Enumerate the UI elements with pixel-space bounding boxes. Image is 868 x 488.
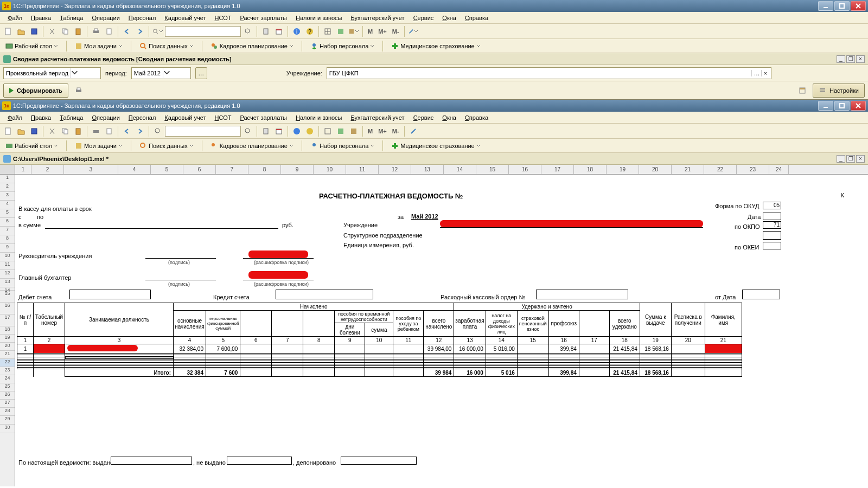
menu2-taxes[interactable]: Налоги и взносы [291, 113, 347, 122]
cut-icon[interactable] [46, 25, 58, 37]
row-header[interactable]: 23 [0, 367, 15, 375]
open-icon-2[interactable] [15, 125, 27, 137]
row-header[interactable]: 20 [0, 343, 15, 351]
save-icon-2[interactable] [28, 125, 40, 137]
undo-icon-2[interactable] [121, 125, 133, 137]
row-header[interactable]: 7 [0, 227, 15, 235]
nav2-nabor[interactable]: Набор персонала [307, 141, 378, 151]
menu2-operations[interactable]: Операции [87, 113, 124, 122]
period-ellipsis-button[interactable]: … [195, 67, 207, 79]
search-next-icon[interactable] [242, 25, 254, 37]
close-button-2[interactable] [851, 101, 866, 111]
nav-kadr[interactable]: Кадровое планирование [207, 41, 297, 51]
info-icon[interactable]: i [291, 25, 303, 37]
tools-dropdown-icon-2[interactable] [407, 125, 419, 137]
mdi-restore-icon[interactable]: ❐ [846, 55, 855, 63]
select-all-corner[interactable] [0, 165, 15, 174]
undo-icon[interactable] [121, 25, 133, 37]
mdi2-min-icon[interactable]: _ [837, 155, 845, 163]
calendar-icon-2[interactable] [273, 125, 285, 137]
row-header[interactable]: 29 [0, 416, 15, 425]
debit-box[interactable] [69, 290, 151, 299]
row-header[interactable]: 9 [0, 244, 15, 253]
row-header[interactable]: 3 [0, 192, 15, 201]
menu2-nsot[interactable]: НСОТ [210, 113, 236, 122]
row-header[interactable]: 22 [0, 359, 15, 367]
col-header[interactable]: 6 [183, 165, 216, 174]
paste-icon-2[interactable] [72, 125, 84, 137]
mdi-close-icon[interactable]: × [856, 55, 865, 63]
settings-button[interactable]: Настройки [813, 84, 865, 98]
col-header[interactable]: 9 [281, 165, 314, 174]
col-header[interactable]: 21 [672, 165, 704, 174]
save-icon[interactable] [28, 25, 40, 37]
cells-area[interactable]: РАСЧЕТНО-ПЛАТЕЖНАЯ ВЕДОМОСТЬ № В кассу д… [15, 175, 868, 486]
copy-icon-2[interactable] [59, 125, 71, 137]
row-header[interactable]: 11 [0, 261, 15, 270]
rko-box[interactable] [536, 290, 628, 299]
menu-file[interactable]: Файл [3, 14, 27, 22]
open-icon[interactable] [15, 25, 27, 37]
nav2-med[interactable]: Медицинское страхование [388, 141, 483, 151]
dep-box[interactable] [341, 457, 417, 465]
col-header[interactable]: 3 [64, 165, 118, 174]
menu-personnel[interactable]: Персонал [124, 14, 161, 22]
preview-icon-2[interactable] [103, 125, 115, 137]
layout-icon[interactable] [796, 85, 808, 97]
tools-dropdown-icon[interactable] [407, 25, 419, 37]
menu-service[interactable]: Сервис [409, 14, 438, 22]
row-header[interactable]: 4 [0, 201, 15, 209]
minimize-button-2[interactable] [818, 101, 833, 111]
row-header[interactable]: 28 [0, 408, 15, 416]
menu2-payroll[interactable]: Расчет зарплаты [235, 113, 291, 122]
close-button[interactable] [851, 1, 866, 11]
menu-operations[interactable]: Операции [87, 14, 124, 22]
col-header[interactable]: 13 [411, 165, 444, 174]
period-type-combo[interactable]: Произвольный период [3, 67, 101, 79]
menu2-hr[interactable]: Кадровый учет [160, 113, 210, 122]
nav-desktop[interactable]: Рабочий стол [2, 41, 61, 51]
row-header[interactable]: 13 [0, 279, 15, 287]
menu2-personnel[interactable]: Персонал [124, 113, 161, 122]
color-icon-2[interactable] [335, 125, 347, 137]
row-header[interactable]: 30 [0, 425, 15, 433]
mdi2-restore-icon[interactable]: ❐ [846, 155, 855, 163]
col-header[interactable]: 5 [151, 165, 183, 174]
org-input[interactable]: ГБУ ЦФКП…× [327, 67, 771, 79]
col-header[interactable]: 22 [704, 165, 737, 174]
menu2-accounting[interactable]: Бухгалтерский учет [347, 113, 409, 122]
row-header[interactable]: 17 [0, 314, 15, 326]
style-icon[interactable] [348, 25, 360, 37]
print-icon-2[interactable] [90, 125, 102, 137]
menu-payroll[interactable]: Расчет зарплаты [235, 14, 291, 22]
menu2-windows[interactable]: Окна [438, 113, 461, 122]
col-header[interactable]: 10 [314, 165, 346, 174]
kredit-box[interactable] [276, 290, 373, 299]
search-icon[interactable] [152, 25, 164, 37]
mminus-button[interactable]: M- [390, 28, 401, 35]
print-icon[interactable] [90, 25, 102, 37]
mplus-button-2[interactable]: M+ [376, 128, 389, 134]
row-header[interactable]: 19 [0, 335, 15, 343]
copy-icon[interactable] [59, 25, 71, 37]
help-icon-2[interactable] [304, 125, 316, 137]
calc-icon-2[interactable] [260, 125, 272, 137]
menu-nsot[interactable]: НСОТ [210, 14, 236, 22]
help-icon[interactable]: ? [304, 25, 316, 37]
row-header[interactable]: 2 [0, 183, 15, 192]
col-header[interactable]: 12 [379, 165, 411, 174]
period-combo[interactable]: Май 2012 [131, 67, 191, 79]
nav2-desktop[interactable]: Рабочий стол [2, 141, 61, 151]
row-header[interactable]: 27 [0, 400, 15, 408]
mplus-button[interactable]: M+ [376, 28, 389, 35]
row-header[interactable]: 25 [0, 383, 15, 391]
grid-icon-2[interactable] [322, 125, 334, 137]
row-header[interactable]: 16 [0, 303, 15, 314]
col-header[interactable]: 16 [509, 165, 541, 174]
new-icon[interactable] [2, 25, 14, 37]
paste-icon[interactable] [72, 25, 84, 37]
row-header[interactable]: 12 [0, 270, 15, 279]
style-icon-2[interactable] [348, 125, 360, 137]
nav-tasks[interactable]: Мои задачи [72, 41, 126, 51]
mminus-button-2[interactable]: M- [390, 128, 401, 134]
